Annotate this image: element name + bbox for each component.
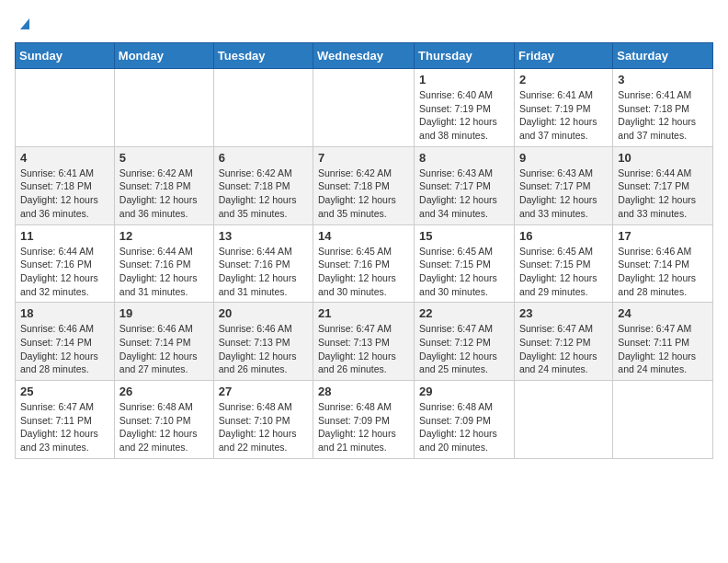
day-number: 26 xyxy=(119,385,209,398)
calendar-cell: 13Sunrise: 6:44 AM Sunset: 7:16 PM Dayli… xyxy=(213,224,313,303)
day-number: 2 xyxy=(519,73,608,86)
calendar-cell: 25Sunrise: 6:47 AM Sunset: 7:11 PM Dayli… xyxy=(16,381,115,459)
day-number: 15 xyxy=(419,229,509,243)
calendar-cell: 15Sunrise: 6:45 AM Sunset: 7:15 PM Dayli… xyxy=(415,224,515,303)
calendar-cell: 20Sunrise: 6:46 AM Sunset: 7:13 PM Dayli… xyxy=(213,303,313,381)
day-number: 17 xyxy=(618,229,708,243)
day-info: Sunrise: 6:44 AM Sunset: 7:16 PM Dayligh… xyxy=(119,245,209,299)
calendar-cell: 19Sunrise: 6:46 AM Sunset: 7:14 PM Dayli… xyxy=(114,303,213,381)
calendar-week-row: 1Sunrise: 6:40 AM Sunset: 7:19 PM Daylig… xyxy=(16,69,713,147)
calendar-cell: 7Sunrise: 6:42 AM Sunset: 7:18 PM Daylig… xyxy=(313,146,415,224)
calendar-cell: 10Sunrise: 6:44 AM Sunset: 7:17 PM Dayli… xyxy=(613,146,713,224)
day-number: 12 xyxy=(119,229,209,243)
calendar-header-sunday: Sunday xyxy=(16,43,115,69)
calendar-cell: 23Sunrise: 6:47 AM Sunset: 7:12 PM Dayli… xyxy=(514,303,612,381)
calendar-cell: 8Sunrise: 6:43 AM Sunset: 7:17 PM Daylig… xyxy=(415,146,515,224)
day-info: Sunrise: 6:47 AM Sunset: 7:12 PM Dayligh… xyxy=(519,322,608,376)
calendar-cell xyxy=(313,69,415,147)
day-number: 22 xyxy=(419,306,509,320)
day-info: Sunrise: 6:47 AM Sunset: 7:13 PM Dayligh… xyxy=(318,322,409,376)
calendar-week-row: 18Sunrise: 6:46 AM Sunset: 7:14 PM Dayli… xyxy=(16,303,713,381)
calendar-week-row: 4Sunrise: 6:41 AM Sunset: 7:18 PM Daylig… xyxy=(16,146,713,224)
day-number: 7 xyxy=(318,151,409,165)
logo xyxy=(15,15,33,33)
day-number: 18 xyxy=(20,306,109,320)
calendar-header-wednesday: Wednesday xyxy=(313,43,415,69)
day-info: Sunrise: 6:45 AM Sunset: 7:16 PM Dayligh… xyxy=(318,245,409,299)
day-number: 28 xyxy=(318,385,409,398)
calendar-cell: 3Sunrise: 6:41 AM Sunset: 7:18 PM Daylig… xyxy=(613,69,713,147)
calendar-week-row: 11Sunrise: 6:44 AM Sunset: 7:16 PM Dayli… xyxy=(16,224,713,303)
calendar-cell: 21Sunrise: 6:47 AM Sunset: 7:13 PM Dayli… xyxy=(313,303,415,381)
day-info: Sunrise: 6:43 AM Sunset: 7:17 PM Dayligh… xyxy=(419,167,509,221)
day-info: Sunrise: 6:42 AM Sunset: 7:18 PM Dayligh… xyxy=(119,167,209,221)
day-info: Sunrise: 6:45 AM Sunset: 7:15 PM Dayligh… xyxy=(419,245,509,299)
day-number: 4 xyxy=(20,151,109,165)
day-info: Sunrise: 6:41 AM Sunset: 7:18 PM Dayligh… xyxy=(20,167,109,221)
calendar-cell xyxy=(514,381,612,459)
day-info: Sunrise: 6:46 AM Sunset: 7:13 PM Dayligh… xyxy=(219,322,308,376)
day-number: 8 xyxy=(419,151,509,165)
calendar-cell: 9Sunrise: 6:43 AM Sunset: 7:17 PM Daylig… xyxy=(514,146,612,224)
day-info: Sunrise: 6:47 AM Sunset: 7:11 PM Dayligh… xyxy=(618,322,708,376)
svg-marker-0 xyxy=(20,18,29,29)
day-number: 3 xyxy=(618,73,708,86)
day-number: 1 xyxy=(419,73,509,86)
calendar-cell: 22Sunrise: 6:47 AM Sunset: 7:12 PM Dayli… xyxy=(415,303,515,381)
calendar-cell: 11Sunrise: 6:44 AM Sunset: 7:16 PM Dayli… xyxy=(16,224,115,303)
day-info: Sunrise: 6:43 AM Sunset: 7:17 PM Dayligh… xyxy=(519,167,608,221)
day-number: 20 xyxy=(219,306,308,320)
calendar-cell: 26Sunrise: 6:48 AM Sunset: 7:10 PM Dayli… xyxy=(114,381,213,459)
day-info: Sunrise: 6:48 AM Sunset: 7:09 PM Dayligh… xyxy=(419,400,509,454)
calendar-cell: 29Sunrise: 6:48 AM Sunset: 7:09 PM Dayli… xyxy=(415,381,515,459)
day-number: 25 xyxy=(20,385,109,398)
day-number: 6 xyxy=(219,151,308,165)
day-info: Sunrise: 6:47 AM Sunset: 7:11 PM Dayligh… xyxy=(20,400,109,454)
day-number: 14 xyxy=(318,229,409,243)
calendar-header-saturday: Saturday xyxy=(613,43,713,69)
day-info: Sunrise: 6:42 AM Sunset: 7:18 PM Dayligh… xyxy=(318,167,409,221)
day-info: Sunrise: 6:46 AM Sunset: 7:14 PM Dayligh… xyxy=(119,322,209,376)
day-info: Sunrise: 6:48 AM Sunset: 7:10 PM Dayligh… xyxy=(219,400,308,454)
day-info: Sunrise: 6:44 AM Sunset: 7:16 PM Dayligh… xyxy=(219,245,308,299)
calendar-week-row: 25Sunrise: 6:47 AM Sunset: 7:11 PM Dayli… xyxy=(16,381,713,459)
calendar-table: SundayMondayTuesdayWednesdayThursdayFrid… xyxy=(15,42,713,459)
day-number: 9 xyxy=(519,151,608,165)
calendar-cell xyxy=(213,69,313,147)
calendar-cell xyxy=(613,381,713,459)
day-info: Sunrise: 6:40 AM Sunset: 7:19 PM Dayligh… xyxy=(419,88,509,143)
calendar-header-friday: Friday xyxy=(514,43,612,69)
day-info: Sunrise: 6:42 AM Sunset: 7:18 PM Dayligh… xyxy=(219,167,308,221)
day-number: 21 xyxy=(318,306,409,320)
calendar-cell: 18Sunrise: 6:46 AM Sunset: 7:14 PM Dayli… xyxy=(16,303,115,381)
calendar-header-monday: Monday xyxy=(114,43,213,69)
calendar-cell: 27Sunrise: 6:48 AM Sunset: 7:10 PM Dayli… xyxy=(213,381,313,459)
day-number: 24 xyxy=(618,306,708,320)
day-number: 10 xyxy=(618,151,708,165)
day-number: 23 xyxy=(519,306,608,320)
day-number: 29 xyxy=(419,385,509,398)
day-number: 5 xyxy=(119,151,209,165)
day-info: Sunrise: 6:44 AM Sunset: 7:17 PM Dayligh… xyxy=(618,167,708,221)
day-info: Sunrise: 6:44 AM Sunset: 7:16 PM Dayligh… xyxy=(20,245,109,299)
day-number: 27 xyxy=(219,385,308,398)
day-number: 13 xyxy=(219,229,308,243)
day-info: Sunrise: 6:48 AM Sunset: 7:09 PM Dayligh… xyxy=(318,400,409,454)
day-info: Sunrise: 6:47 AM Sunset: 7:12 PM Dayligh… xyxy=(419,322,509,376)
calendar-header-row: SundayMondayTuesdayWednesdayThursdayFrid… xyxy=(16,43,713,69)
calendar-cell: 16Sunrise: 6:45 AM Sunset: 7:15 PM Dayli… xyxy=(514,224,612,303)
calendar-header-thursday: Thursday xyxy=(415,43,515,69)
calendar-cell: 6Sunrise: 6:42 AM Sunset: 7:18 PM Daylig… xyxy=(213,146,313,224)
day-info: Sunrise: 6:48 AM Sunset: 7:10 PM Dayligh… xyxy=(119,400,209,454)
day-number: 19 xyxy=(119,306,209,320)
calendar-cell: 5Sunrise: 6:42 AM Sunset: 7:18 PM Daylig… xyxy=(114,146,213,224)
day-info: Sunrise: 6:41 AM Sunset: 7:19 PM Dayligh… xyxy=(519,88,608,143)
page-header xyxy=(15,15,713,33)
calendar-header-tuesday: Tuesday xyxy=(213,43,313,69)
day-number: 16 xyxy=(519,229,608,243)
day-number: 11 xyxy=(20,229,109,243)
calendar-cell: 28Sunrise: 6:48 AM Sunset: 7:09 PM Dayli… xyxy=(313,381,415,459)
calendar-cell: 1Sunrise: 6:40 AM Sunset: 7:19 PM Daylig… xyxy=(415,69,515,147)
day-info: Sunrise: 6:41 AM Sunset: 7:18 PM Dayligh… xyxy=(618,88,708,143)
day-info: Sunrise: 6:46 AM Sunset: 7:14 PM Dayligh… xyxy=(20,322,109,376)
